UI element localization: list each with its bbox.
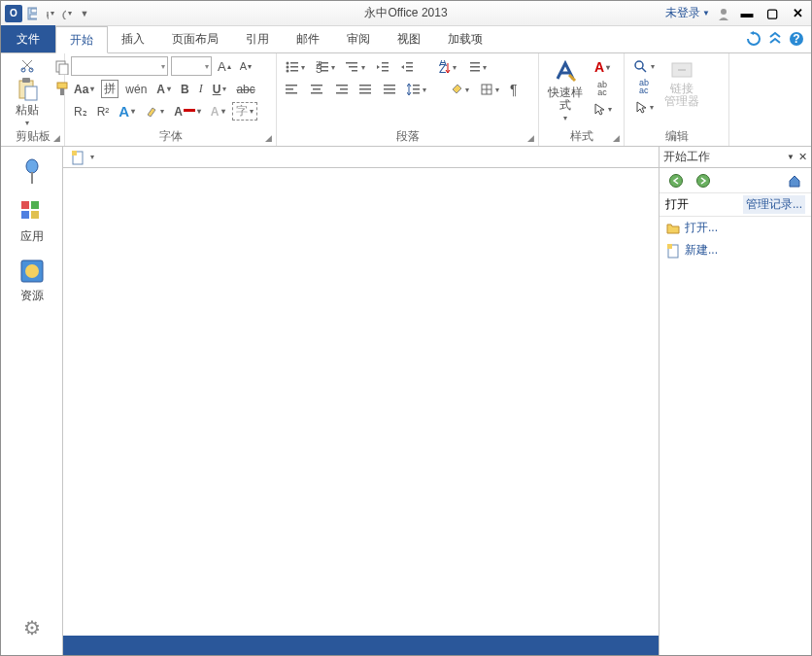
- highlight-button[interactable]: [142, 104, 167, 120]
- svg-rect-40: [470, 70, 480, 72]
- group-font-label: 字体: [71, 128, 270, 144]
- taskpane-back-icon[interactable]: [665, 172, 687, 190]
- ime-button[interactable]: 拼: [101, 80, 118, 98]
- taskpane-menu-icon[interactable]: ▼: [787, 153, 795, 161]
- svg-rect-14: [60, 88, 64, 95]
- new-doc-tab-button[interactable]: [67, 149, 88, 166]
- align-distribute-button[interactable]: [380, 83, 399, 96]
- font-dialog-launcher[interactable]: ◢: [262, 132, 274, 144]
- char-border-button[interactable]: 字: [232, 102, 257, 121]
- font-family-select[interactable]: ▾: [71, 56, 168, 76]
- line-spacing-button[interactable]: [404, 82, 429, 97]
- tab-review[interactable]: 审阅: [333, 25, 384, 52]
- tab-addin[interactable]: 加载项: [434, 25, 496, 52]
- subscript-button[interactable]: R₂: [71, 104, 90, 120]
- quick-styles-button[interactable]: 快速样式 ▾: [545, 56, 586, 123]
- undo-icon[interactable]: [42, 6, 57, 21]
- paragraph-dialog-launcher[interactable]: ◢: [524, 132, 536, 144]
- maximize-button[interactable]: ▢: [762, 6, 782, 21]
- indent-decrease-button[interactable]: [373, 60, 392, 74]
- clipboard-dialog-launcher[interactable]: ◢: [51, 132, 62, 144]
- svg-point-62: [635, 61, 643, 69]
- multilevel-button[interactable]: [343, 60, 368, 74]
- replace-button[interactable]: abac: [630, 78, 658, 95]
- login-link[interactable]: 未登录▼: [665, 5, 710, 21]
- ribbon-tabs: 文件 开始 插入 页面布局 引用 邮件 审阅 视图 加载项 ?: [1, 26, 811, 53]
- align-justify-button[interactable]: [355, 83, 375, 96]
- svg-point-75: [697, 174, 710, 187]
- strikethrough-button[interactable]: abc: [233, 82, 257, 97]
- sidebar-res[interactable]: 资源: [16, 255, 49, 308]
- shrink-font-button[interactable]: A▾: [237, 56, 254, 76]
- taskpane-home-icon[interactable]: [784, 172, 805, 190]
- svg-rect-10: [25, 86, 37, 100]
- tab-insert[interactable]: 插入: [108, 25, 158, 52]
- link-manager-button[interactable]: 链接 管理器: [661, 56, 702, 109]
- italic-button[interactable]: I: [196, 81, 206, 97]
- taskpane-new-link[interactable]: 新建...: [660, 239, 811, 261]
- change-styles-button[interactable]: A: [590, 58, 615, 76]
- superscript-button[interactable]: R²: [94, 104, 113, 120]
- change-case-button[interactable]: Aa: [71, 82, 97, 97]
- style-ab-button[interactable]: abac: [590, 80, 615, 97]
- align-left-button[interactable]: [283, 83, 302, 96]
- tab-mail[interactable]: 邮件: [283, 25, 333, 52]
- settings-gear-icon[interactable]: ⚙: [23, 616, 41, 639]
- taskpane-forward-icon[interactable]: [693, 172, 714, 190]
- line-spacing-extra-button[interactable]: [464, 60, 490, 74]
- svg-rect-28: [349, 66, 357, 68]
- bullets-button[interactable]: [283, 60, 308, 74]
- align-center-button[interactable]: [307, 83, 326, 96]
- show-marks-button[interactable]: ¶: [507, 81, 521, 98]
- manage-records-link[interactable]: 管理记录...: [743, 195, 805, 214]
- sidebar-app[interactable]: 应用: [16, 195, 49, 249]
- document-canvas[interactable]: [63, 168, 659, 636]
- taskpane-section-label: 打开: [665, 196, 689, 213]
- svg-rect-20: [290, 70, 298, 72]
- close-button[interactable]: ✕: [788, 6, 807, 21]
- svg-point-15: [287, 62, 289, 65]
- redo-icon[interactable]: [59, 6, 75, 21]
- tab-view[interactable]: 视图: [384, 25, 434, 52]
- underline-button[interactable]: U: [210, 82, 230, 97]
- tab-start[interactable]: 开始: [55, 26, 108, 53]
- cut-button[interactable]: [17, 56, 38, 74]
- svg-rect-49: [336, 92, 348, 94]
- select-button[interactable]: [630, 99, 658, 115]
- find-button[interactable]: [630, 58, 658, 74]
- font-size-select[interactable]: ▾: [171, 56, 212, 76]
- svg-rect-51: [359, 88, 371, 90]
- numbering-button[interactable]: 123: [313, 60, 338, 74]
- font-a-button[interactable]: A: [153, 82, 174, 97]
- styles-dialog-launcher[interactable]: ◢: [610, 132, 622, 144]
- sort-button[interactable]: AZ: [434, 59, 459, 75]
- font-color-button[interactable]: A: [171, 104, 204, 120]
- select-pointer-button[interactable]: [590, 101, 615, 117]
- shading-button[interactable]: A: [208, 104, 228, 120]
- align-right-button[interactable]: [331, 83, 351, 96]
- fill-button[interactable]: [447, 82, 472, 97]
- paste-button[interactable]: 粘贴 ▾: [7, 76, 48, 128]
- svg-rect-41: [286, 85, 297, 86]
- indent-increase-button[interactable]: [397, 60, 417, 74]
- qat-customize-icon[interactable]: ▼: [77, 6, 92, 21]
- minimize-button[interactable]: ▬: [737, 6, 757, 21]
- borders-button[interactable]: [477, 82, 502, 97]
- bold-button[interactable]: B: [178, 82, 192, 97]
- tab-ref[interactable]: 引用: [232, 25, 283, 52]
- sync-icon[interactable]: [745, 30, 762, 48]
- help-icon[interactable]: ?: [788, 30, 805, 48]
- sidebar-pin[interactable]: [17, 155, 47, 190]
- grow-font-button[interactable]: A▴: [215, 56, 234, 76]
- tab-layout[interactable]: 页面布局: [158, 25, 232, 52]
- taskpane-close-icon[interactable]: ✕: [798, 151, 807, 163]
- save-icon[interactable]: [24, 6, 40, 21]
- text-effects-button[interactable]: A: [116, 102, 138, 121]
- svg-point-19: [287, 70, 289, 73]
- phonetic-button[interactable]: wén: [122, 82, 150, 97]
- doc-tab-dropdown[interactable]: ▾: [90, 153, 94, 161]
- svg-rect-33: [406, 62, 413, 64]
- taskpane-open-link[interactable]: 打开...: [660, 217, 811, 239]
- minimize-ribbon-icon[interactable]: [766, 30, 784, 48]
- tab-file[interactable]: 文件: [1, 25, 55, 52]
